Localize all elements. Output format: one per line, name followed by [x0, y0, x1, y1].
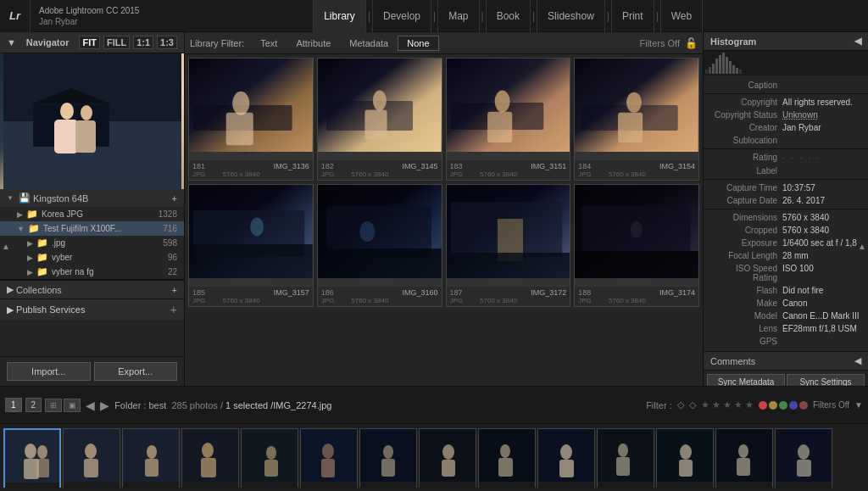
filter-tab-attribute[interactable]: Attribute	[287, 36, 340, 51]
filmstrip-thumb-1[interactable]	[63, 428, 120, 488]
meta-model-label: Model	[710, 311, 782, 321]
sync-settings-btn[interactable]: Sync Settings	[787, 374, 865, 386]
svg-rect-28	[189, 244, 313, 278]
svg-point-31	[359, 221, 375, 242]
grid-cell-187[interactable]: · · · · · 187 IMG_3172 JPG 5700 x 3840	[446, 184, 571, 307]
folder-expand-icon4: ▶	[27, 254, 33, 262]
selected-file: /IMG_2274.jpg	[270, 400, 331, 410]
filmstrip-thumb-12[interactable]	[715, 428, 773, 488]
meta-copyright-status-label: Copyright Status	[710, 110, 782, 120]
star-filter[interactable]: ★ ★ ★ ★ ★	[701, 399, 754, 410]
nav-next-arrow[interactable]: ▶	[98, 399, 111, 412]
page-1-btn[interactable]: 1	[5, 398, 22, 412]
grid-cell-188[interactable]: · · · · · 188 IMG_3174 JPG 5760 x 3840	[574, 184, 699, 307]
filmstrip-thumb-4[interactable]	[241, 428, 298, 488]
filter-tab-text[interactable]: Text	[251, 36, 287, 51]
color-dot-yellow[interactable]	[769, 401, 777, 410]
grid-view-icon[interactable]: ⊞	[45, 399, 62, 412]
nav-ratio2-btn[interactable]: 1:3	[157, 36, 177, 49]
collections-section[interactable]: ▶ Collections +	[0, 280, 184, 299]
folder-vyber[interactable]: ▶ 📁 vyber 96	[0, 250, 184, 265]
grid-cell-182[interactable]: · · · · · 182 IMG_3145 JPG 5760 x 3840	[317, 58, 442, 181]
filmstrip-thumb-9[interactable]	[537, 428, 595, 488]
nav-tab-develop[interactable]: Develop	[373, 0, 431, 32]
folder-vyber-na-fg[interactable]: ▶ 📁 vyber na fg 22	[0, 265, 184, 279]
comments-collapse-icon[interactable]: ◀	[854, 355, 861, 366]
grid-info-top-183: 183 IMG_3151	[450, 162, 567, 170]
grid-cell-181[interactable]: · · · · · 181 IMG_3136 JPG 5760 x 3840	[188, 58, 314, 181]
folders-header[interactable]: ▼ 💾 Kingston 64B +	[0, 189, 184, 207]
grid-cell-184[interactable]: · · · · · 184 IMG_3154 JPG 5760 x 3840	[574, 58, 699, 181]
comments-header[interactable]: Comments ◀	[704, 351, 868, 370]
grid-name-187: IMG_3172	[531, 288, 566, 297]
nav-ratio1-btn[interactable]: 1:1	[133, 36, 153, 49]
publish-services-section[interactable]: ▶ Publish Services +	[0, 299, 184, 320]
meta-lens-value: EF28mm f/1,8 USM	[782, 324, 861, 333]
meta-rating-value[interactable]: · · · · ·	[782, 153, 861, 163]
navigator-header[interactable]: ▼ Navigator FIT FILL 1:1 1:3	[0, 32, 184, 53]
toolbar-right: Filter : ◇ ◇ ★ ★ ★ ★ ★ Filters Off ▼	[646, 399, 863, 410]
folders-add-btn[interactable]: +	[172, 193, 177, 204]
import-button[interactable]: Import...	[7, 362, 91, 381]
grid-info-top-188: 188 IMG_3174	[578, 288, 695, 297]
sync-metadata-btn[interactable]: Sync Metadata	[707, 374, 785, 386]
publish-label: Publish Services	[16, 304, 85, 315]
filter-tab-none[interactable]: None	[398, 36, 438, 51]
toolbar: 1 2 ⊞ ▣ ◀ ▶ Folder : best 285 photos / 1…	[0, 386, 868, 423]
publish-add-btn[interactable]: +	[170, 303, 177, 316]
color-dot-purple[interactable]	[799, 401, 808, 410]
color-dot-red[interactable]	[759, 401, 767, 410]
folder-icon: 📁	[26, 209, 38, 220]
filmstrip-thumb-8[interactable]	[478, 428, 536, 488]
filmstrip-thumb-10[interactable]	[597, 428, 654, 488]
nav-fill-btn[interactable]: FILL	[103, 36, 130, 49]
meta-row-copyright: Copyright All rights reserved.	[704, 96, 868, 109]
grid-cell-183[interactable]: · · · · · 183 IMG_3151 JPG 5760 x 3840	[446, 58, 571, 181]
meta-iso-label: ISO Speed Rating	[710, 264, 782, 282]
lock-icon[interactable]: 🔓	[685, 37, 698, 49]
folder-korea-jpg[interactable]: ▶ 📁 Korea JPG 1328	[0, 207, 184, 221]
meta-lens-label: Lens	[710, 324, 782, 333]
folder-test-fuji[interactable]: ▼ 📁 Test Fujifilm X100F... 716	[0, 221, 184, 236]
nav-fit-btn[interactable]: FIT	[79, 36, 100, 49]
filmstrip-thumb-11[interactable]	[656, 428, 714, 488]
nav-tab-slideshow[interactable]: Slideshow	[537, 0, 605, 32]
nav-tab-library[interactable]: Library	[313, 0, 366, 32]
nav-tab-map[interactable]: Map	[438, 0, 479, 32]
color-dot-blue[interactable]	[789, 401, 798, 410]
svg-rect-84	[797, 460, 811, 477]
histogram-header[interactable]: Histogram ◀	[704, 32, 868, 51]
filmstrip-thumb-6[interactable]	[359, 428, 417, 488]
h-bar	[729, 61, 732, 74]
toolbar-dropdown-icon[interactable]: ▼	[854, 400, 863, 410]
grid-details-181: JPG 5760 x 3840	[192, 170, 309, 178]
folder-jpg[interactable]: ▶ 📁 .jpg 598	[0, 236, 184, 250]
filter-tabs: Text Attribute Metadata None	[251, 36, 438, 51]
grid-cell-185[interactable]: · · · · · 185 IMG_3157 JPG 5760 x 3840	[188, 184, 314, 307]
grid-cell-186[interactable]: · · · · · 186 IMG_3160 JPG 5760 x 3840	[317, 184, 442, 307]
nav-tab-book[interactable]: Book	[487, 0, 531, 32]
loupe-view-icon[interactable]: ▣	[64, 399, 81, 412]
page-2-btn[interactable]: 2	[25, 398, 42, 412]
nav-prev-arrow[interactable]: ◀	[84, 399, 97, 412]
histogram-collapse-icon[interactable]: ◀	[854, 36, 861, 47]
svg-point-56	[266, 446, 276, 460]
collections-add-btn[interactable]: +	[172, 285, 177, 295]
filmstrip-thumb-0[interactable]: ··	[3, 428, 61, 488]
folder-expand-icon3: ▶	[27, 239, 33, 248]
svg-rect-24	[618, 113, 643, 142]
filmstrip-thumb-2[interactable]	[122, 428, 180, 488]
main-layout: ▼ Navigator FIT FILL 1:1 1:3	[0, 32, 868, 386]
export-button[interactable]: Export...	[94, 362, 178, 381]
grid-dots-181: · · · · ·	[189, 152, 313, 159]
filmstrip-thumb-7[interactable]	[419, 428, 476, 488]
grid-info-top-181: 181 IMG_3136	[192, 162, 309, 170]
color-dot-green[interactable]	[779, 401, 787, 410]
nav-tab-web[interactable]: Web	[661, 0, 703, 32]
histogram-label: Histogram	[710, 36, 756, 47]
filter-tab-metadata[interactable]: Metadata	[340, 36, 398, 51]
filmstrip-thumb-13[interactable]	[775, 428, 832, 488]
filmstrip-thumb-5[interactable]	[300, 428, 358, 488]
filmstrip-thumb-3[interactable]	[181, 428, 239, 488]
nav-tab-print[interactable]: Print	[612, 0, 654, 32]
